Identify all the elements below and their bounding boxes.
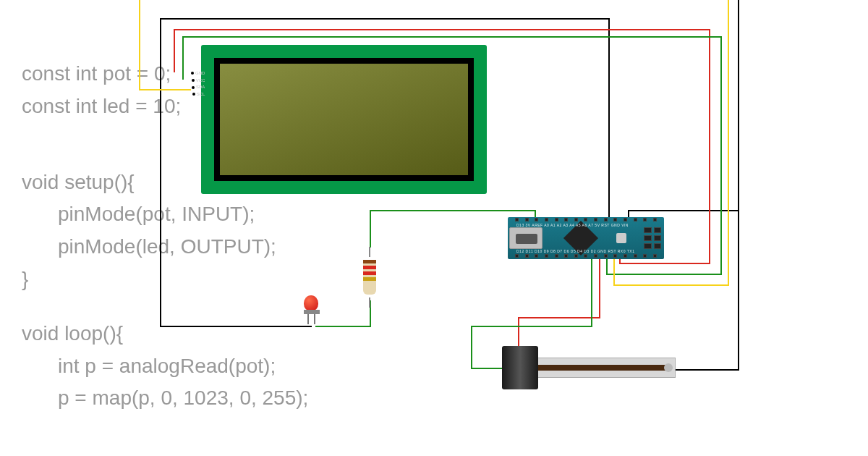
wire-sda — [182, 36, 184, 80]
wire-vcc — [619, 263, 710, 264]
wire-gnd — [673, 369, 739, 371]
wire-sda — [182, 36, 720, 38]
wire-sda — [606, 259, 608, 275]
pin-labels-top: D13 3V AREF A0 A1 A2 A3 A4 A5 A6 A7 5V R… — [516, 223, 642, 227]
screw-icon — [664, 363, 673, 372]
resistor-body — [363, 260, 376, 295]
wire-led-signal — [370, 210, 535, 211]
wire-gnd — [628, 210, 739, 211]
wire-vcc — [174, 29, 175, 72]
icsp-header — [644, 227, 661, 249]
wire-scl — [139, 89, 191, 90]
circuit-diagram: GND VCC SDA SCL D13 3V AREF A0 A1 A2 A3 … — [0, 0, 868, 456]
wire-scl — [613, 284, 729, 286]
lcd-bezel — [214, 58, 474, 181]
wire-gnd — [738, 0, 739, 369]
usb-port-icon — [509, 227, 542, 249]
arduino-nano: D13 3V AREF A0 A1 A2 A3 A4 A5 A6 A7 5V R… — [508, 217, 664, 259]
wire-scl — [613, 259, 615, 286]
wire-gnd — [160, 18, 161, 326]
wire-sda — [720, 36, 722, 275]
pin-header-top — [515, 218, 657, 222]
wire-vcc — [619, 259, 621, 264]
wire-pot-signal — [471, 326, 592, 327]
wire-vcc — [709, 29, 710, 264]
slide-potentiometer — [502, 346, 676, 389]
wire-led-signal — [315, 326, 370, 327]
wire-vcc — [174, 29, 709, 30]
wire-scl — [728, 0, 729, 286]
wire-pot-wiper — [599, 259, 600, 317]
resistor-component — [363, 256, 376, 299]
wire-pot-signal — [591, 259, 592, 327]
lcd-i2c-pins: GND VCC SDA SCL — [191, 70, 205, 98]
wire-gnd — [608, 18, 610, 217]
wire-gnd — [160, 326, 312, 327]
pot-slot — [537, 365, 667, 371]
wire-led-signal — [370, 210, 371, 248]
lcd-display: GND VCC SDA SCL — [201, 45, 487, 194]
pot-knob — [502, 346, 538, 389]
reset-button-icon — [616, 233, 626, 243]
wire-sda — [606, 274, 722, 275]
pin-header-bottom — [515, 254, 657, 258]
pin-labels-bottom: D12 D11 D10 D9 D8 D7 D6 D5 D4 D3 D2 GND … — [516, 249, 642, 253]
led-component — [304, 295, 320, 317]
wire-scl — [139, 0, 140, 90]
wire-gnd — [160, 18, 608, 20]
wire-pot-signal — [471, 326, 472, 368]
lcd-screen — [220, 64, 468, 175]
led-bulb-icon — [304, 295, 318, 311]
wire-pot-wiper — [518, 317, 600, 318]
